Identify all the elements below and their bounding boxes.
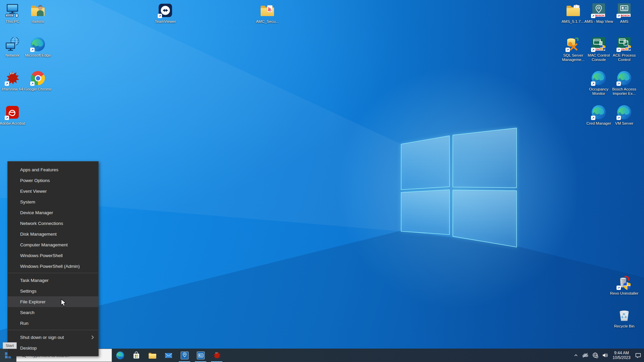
menu-item-apps-and-features[interactable]: Apps and Features <box>8 164 98 175</box>
shortcut-arrow-icon <box>616 48 621 52</box>
desktop-icon-ams[interactable]: BOSCHAMS <box>609 2 640 24</box>
rlarkins-icon <box>30 2 46 18</box>
ace-process-control-icon: BOSCH <box>616 36 632 52</box>
desktop-icon-label: VM Server <box>615 121 633 126</box>
taskbar-app-edge[interactable] <box>112 349 128 362</box>
recycle-bin-icon <box>616 307 632 323</box>
shortcut-arrow-icon <box>5 81 9 86</box>
ams-icon <box>196 351 205 360</box>
svg-text:BOSCH: BOSCH <box>595 14 604 17</box>
desktop-icon-label: Network <box>5 53 19 58</box>
adobe-acrobat-icon <box>4 104 20 120</box>
taskbar-app-ams-map-view[interactable] <box>176 349 193 362</box>
desktop-icon-label: ACE Process Control <box>609 53 640 62</box>
mac-control-console-icon: BOSCH <box>591 36 607 52</box>
menu-separator <box>8 330 98 330</box>
bosch-access-importer-ex-icon <box>616 70 632 86</box>
menu-item-device-manager[interactable]: Device Manager <box>8 207 98 218</box>
menu-item-run[interactable]: Run <box>8 318 98 328</box>
desktop-icon-label: rlarkins <box>32 19 44 24</box>
desktop-icon-microsoft-edge[interactable]: Microsoft Edge <box>22 36 53 58</box>
desktop-icon-label: IrfanView 64 <box>2 87 23 92</box>
onedrive-offline-icon[interactable] <box>582 353 589 358</box>
shortcut-arrow-icon <box>5 116 9 120</box>
menu-separator <box>8 273 98 273</box>
shortcut-arrow-icon <box>591 116 595 120</box>
shortcut-arrow-icon <box>30 48 35 52</box>
shortcut-arrow-icon <box>30 81 35 86</box>
desktop-icon-label: Bosch Access Importer Ex... <box>609 87 640 96</box>
desktop-icon-ace-process-control[interactable]: BOSCHACE Process Control <box>609 36 640 62</box>
occupancy-monitor-icon <box>591 70 607 86</box>
clock-time: 9:44 AM <box>612 351 631 356</box>
desktop-icon-label: Google Chrome <box>24 87 51 92</box>
taskbar-app-ams[interactable] <box>193 349 209 362</box>
action-center-icon[interactable] <box>635 353 641 358</box>
menu-item-power-options[interactable]: Power Options <box>8 175 98 186</box>
desktop-icon-revo-uninstaller[interactable]: Revo Uninstaller <box>609 274 640 296</box>
desktop-icon-amc-secu[interactable]: PDFAMC_Secu... <box>252 2 283 24</box>
windows-logo-wallpaper <box>398 127 518 249</box>
menu-item-shut-down-or-sign-out[interactable]: Shut down or sign out <box>8 332 98 343</box>
desktop-icon-google-chrome[interactable]: Google Chrome <box>22 70 53 92</box>
shortcut-arrow-icon <box>566 48 570 52</box>
file-explorer-icon <box>148 351 157 360</box>
cred-manager-icon <box>591 104 607 120</box>
shortcut-arrow-icon <box>591 48 595 52</box>
taskbar-app-mail[interactable] <box>160 349 176 362</box>
desktop-icon-bosch-access-importer-ex[interactable]: Bosch Access Importer Ex... <box>609 70 640 96</box>
menu-item-computer-management[interactable]: Computer Management <box>8 239 98 250</box>
menu-item-event-viewer[interactable]: Event Viewer <box>8 186 98 196</box>
desktop-icon-label: Recycle Bin <box>614 324 635 328</box>
network-no-internet-icon[interactable] <box>592 352 598 358</box>
desktop-icon-label: AMS_5.1.7.... <box>561 19 585 24</box>
network-icon <box>4 36 20 52</box>
microsoft-edge-icon <box>30 36 46 52</box>
menu-item-desktop[interactable]: Desktop <box>8 343 98 353</box>
desktop-icon-label: AMS <box>620 19 629 24</box>
amc-secu-icon: PDF <box>259 2 275 18</box>
irfanview-icon <box>212 351 221 360</box>
desktop-icon-label: Adobe Acrobat <box>0 121 25 126</box>
desktop-icon-label: Revo Uninstaller <box>610 291 638 296</box>
desktop-icon-adobe-acrobat[interactable]: Adobe Acrobat <box>0 104 28 126</box>
revo-uninstaller-icon <box>616 274 632 290</box>
ams-icon: BOSCH <box>616 2 632 18</box>
taskbar-pinned-apps <box>112 349 225 362</box>
menu-item-windows-powershell-admin[interactable]: Windows PowerShell (Admin) <box>8 261 98 272</box>
desktop-icon-label: AMC_Secu... <box>256 19 279 24</box>
menu-item-network-connections[interactable]: Network Connections <box>8 218 98 229</box>
ams-5-1-7-icon <box>565 2 581 18</box>
microsoft-store-icon <box>132 351 141 360</box>
desktop-icon-vm-server[interactable]: VM Server <box>609 104 640 126</box>
hidden-icons-chevron-icon[interactable] <box>574 353 578 358</box>
menu-item-settings[interactable]: Settings <box>8 286 98 296</box>
taskbar-app-file-explorer[interactable] <box>144 349 160 362</box>
menu-item-task-manager[interactable]: Task Manager <box>8 275 98 286</box>
desktop-icon-label: This PC <box>6 19 19 24</box>
this-pc-icon <box>4 2 20 18</box>
desktop-icon-recycle-bin[interactable]: Recycle Bin <box>609 307 640 328</box>
volume-icon[interactable] <box>602 353 608 358</box>
menu-item-windows-powershell[interactable]: Windows PowerShell <box>8 250 98 261</box>
winx-power-user-menu: Apps and FeaturesPower OptionsEvent View… <box>7 161 99 356</box>
menu-item-disk-management[interactable]: Disk Management <box>8 229 98 239</box>
shortcut-arrow-icon <box>616 116 621 120</box>
vm-server-icon <box>616 104 632 120</box>
desktop-icon-teamviewer[interactable]: TeamViewer <box>150 2 181 24</box>
desktop-icon-rlarkins[interactable]: rlarkins <box>22 2 53 24</box>
start-tooltip: Start <box>3 342 17 349</box>
irfanview-64-icon <box>4 70 20 86</box>
sql-server-manageme-icon <box>565 36 581 52</box>
taskbar-clock[interactable]: 9:44 AM 10/5/2023 <box>612 351 631 360</box>
taskbar-app-irfanview[interactable] <box>209 349 225 362</box>
menu-item-system[interactable]: System <box>8 196 98 207</box>
ams-map-view-icon: BOSCH <box>591 2 607 18</box>
system-tray: 9:44 AM 10/5/2023 <box>571 349 644 362</box>
taskbar-app-microsoft-store[interactable] <box>128 349 144 362</box>
clock-date: 10/5/2023 <box>612 355 631 360</box>
google-chrome-icon <box>30 70 46 86</box>
menu-item-search[interactable]: Search <box>8 307 98 318</box>
menu-item-file-explorer[interactable]: File Explorer <box>8 296 98 307</box>
shortcut-arrow-icon <box>591 81 595 86</box>
